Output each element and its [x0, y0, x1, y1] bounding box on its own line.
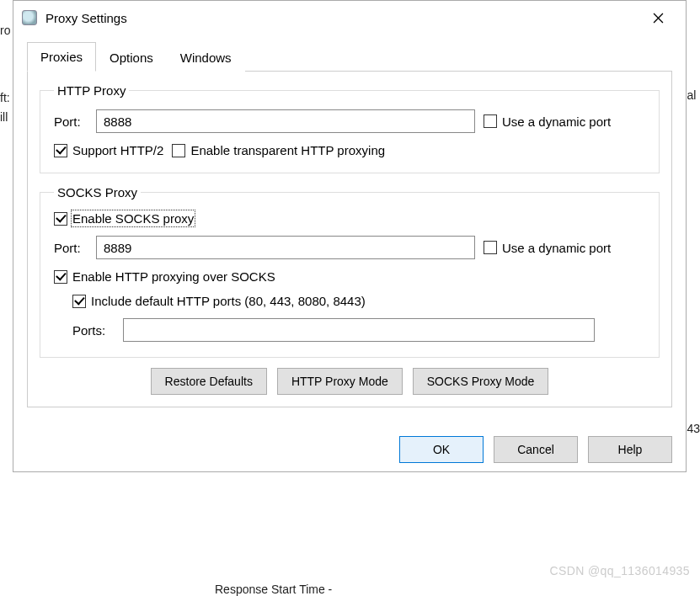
socks-dynamic-port-checkbox[interactable]: Use a dynamic port [484, 241, 611, 255]
tab-options[interactable]: Options [96, 43, 167, 72]
socks-ports-input[interactable] [123, 318, 595, 342]
socks-proxy-mode-button[interactable]: SOCKS Proxy Mode [413, 368, 549, 395]
checkbox-label: Enable HTTP proxying over SOCKS [72, 269, 275, 284]
enable-socks-checkbox[interactable]: Enable SOCKS proxy [54, 211, 194, 226]
checkbox-label: Enable SOCKS proxy [72, 211, 194, 226]
checkbox-label: Use a dynamic port [502, 114, 611, 129]
include-default-ports-checkbox[interactable]: Include default HTTP ports (80, 443, 808… [72, 294, 366, 308]
http-over-socks-checkbox[interactable]: Enable HTTP proxying over SOCKS [54, 269, 275, 284]
tab-bar: Proxies Options Windows [27, 41, 672, 72]
http-proxy-mode-button[interactable]: HTTP Proxy Mode [277, 368, 403, 395]
socks-proxy-legend: SOCKS Proxy [54, 185, 141, 200]
cancel-button[interactable]: Cancel [494, 436, 578, 463]
socks-port-input[interactable] [96, 236, 475, 259]
proxies-panel: HTTP Proxy Port: Use a dynamic port Supp… [27, 71, 672, 407]
socks-ports-label: Ports: [72, 323, 115, 338]
socks-port-label: Port: [54, 241, 88, 255]
checkbox-label: Enable transparent HTTP proxying [190, 143, 385, 157]
checkbox-icon [172, 144, 185, 157]
proxy-settings-dialog: Proxy Settings Proxies Options Windows H… [13, 0, 687, 472]
title-bar: Proxy Settings [13, 1, 686, 35]
http-dynamic-port-checkbox[interactable]: Use a dynamic port [484, 114, 611, 129]
transparent-proxying-checkbox[interactable]: Enable transparent HTTP proxying [172, 143, 385, 157]
checkbox-label: Support HTTP/2 [72, 143, 163, 157]
http-proxy-legend: HTTP Proxy [54, 83, 129, 98]
checkbox-icon [484, 114, 497, 128]
tab-windows[interactable]: Windows [167, 43, 245, 72]
help-button[interactable]: Help [588, 436, 672, 463]
checkbox-icon [54, 144, 67, 157]
http-proxy-group: HTTP Proxy Port: Use a dynamic port Supp… [40, 83, 660, 173]
background-fragment: Response Start Time - [215, 583, 332, 596]
http-port-input[interactable] [96, 109, 475, 133]
socks-proxy-group: SOCKS Proxy Enable SOCKS proxy Port: Use… [40, 185, 660, 358]
tab-proxies[interactable]: Proxies [27, 42, 96, 72]
checkbox-label: Use a dynamic port [502, 241, 611, 255]
ok-button[interactable]: OK [399, 436, 484, 463]
checkbox-icon [484, 241, 497, 254]
support-http2-checkbox[interactable]: Support HTTP/2 [54, 143, 163, 157]
close-button[interactable] [639, 4, 677, 31]
watermark: CSDN @qq_1136014935 [549, 564, 690, 577]
http-port-label: Port: [54, 114, 88, 129]
background-fragment: al 43 [687, 88, 700, 596]
checkbox-icon [54, 212, 67, 226]
checkbox-icon [54, 270, 67, 284]
app-icon [22, 10, 37, 25]
window-title: Proxy Settings [45, 11, 639, 25]
checkbox-icon [72, 295, 86, 308]
background-fragment: ro ft: ill [0, 21, 10, 126]
close-icon [653, 13, 664, 24]
checkbox-label: Include default HTTP ports (80, 443, 808… [91, 294, 366, 308]
restore-defaults-button[interactable]: Restore Defaults [151, 368, 267, 395]
dialog-footer: OK Cancel Help [13, 421, 686, 471]
